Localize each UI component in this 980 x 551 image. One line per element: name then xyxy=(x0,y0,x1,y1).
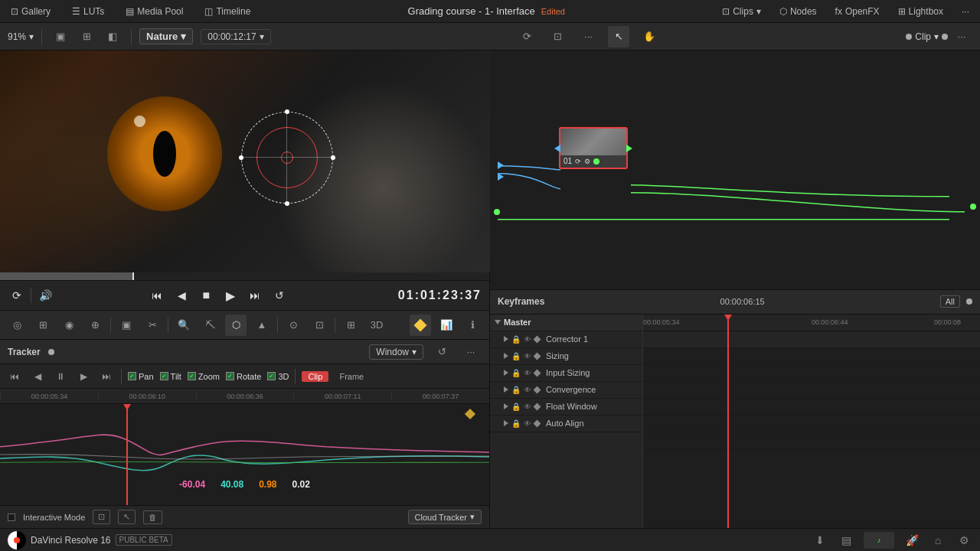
timeline-btn[interactable]: ◫ Timeline xyxy=(200,5,255,18)
settings-btn[interactable]: ⚙ xyxy=(956,532,972,549)
import-btn[interactable]: ⬇ xyxy=(812,532,828,549)
fit-btn[interactable]: ⊡ xyxy=(547,26,568,47)
progress-handle[interactable] xyxy=(132,272,134,280)
color-tool-11[interactable]: ⊡ xyxy=(309,315,330,336)
color-tool-3[interactable]: ◉ xyxy=(58,315,80,336)
node-01[interactable]: 01 ⟳ ⚙ xyxy=(559,127,628,169)
audio-btn[interactable]: 🔊 xyxy=(36,286,54,305)
delete-tracker-btn[interactable]: 🗑 xyxy=(143,510,162,524)
clips-btn[interactable]: ⊡ Clips ▾ xyxy=(717,5,766,18)
wipe-btn[interactable]: ◧ xyxy=(102,26,123,47)
auto-align-expand[interactable] xyxy=(504,420,508,426)
clip-mode-btn[interactable]: Clip xyxy=(302,371,328,382)
color-tool-8[interactable]: ⛏ xyxy=(199,315,220,336)
cursor-tool-btn[interactable]: ↖ xyxy=(118,510,136,524)
color-tool-2[interactable]: ⊞ xyxy=(32,315,54,336)
node-output-connector[interactable] xyxy=(626,145,632,152)
color-tool-5[interactable]: ▣ xyxy=(116,315,137,336)
selection-tool-btn[interactable]: ⊡ xyxy=(93,510,110,524)
node-graph[interactable]: 01 ⟳ ⚙ xyxy=(490,51,980,289)
track-play[interactable]: ▶ xyxy=(75,368,92,385)
view-grid-btn[interactable]: ⊞ xyxy=(76,26,97,47)
3d-checkbox[interactable]: ✓ 3D xyxy=(267,372,289,381)
window-selector[interactable]: Window ▾ xyxy=(369,344,423,360)
kf-playhead[interactable] xyxy=(727,315,729,529)
lightbox-btn[interactable]: ⊞ Lightbox xyxy=(893,5,948,18)
pan-checkbox[interactable]: ✓ Pan xyxy=(128,372,154,381)
tracker-dot-br[interactable] xyxy=(239,155,243,160)
openfx-btn[interactable]: fx OpenFX xyxy=(831,5,884,18)
tilt-checkbox[interactable]: ✓ Tilt xyxy=(160,372,181,381)
kf-track-row-6 xyxy=(643,432,980,449)
stop-btn[interactable]: ■ xyxy=(197,286,215,305)
track-prev[interactable]: ◀ xyxy=(29,368,46,385)
master-expand[interactable] xyxy=(495,320,501,324)
info-btn[interactable]: ℹ xyxy=(462,315,483,336)
export-btn[interactable]: 🚀 xyxy=(903,532,920,549)
interactive-mode-checkbox[interactable] xyxy=(8,514,15,521)
clip-chevron: ▾ xyxy=(934,31,939,42)
audio-meter[interactable]: ♪ xyxy=(864,532,894,549)
playback-loop-btn[interactable]: ↺ xyxy=(270,286,289,305)
timecode-display[interactable]: 00:00:12:17 ▾ xyxy=(201,29,270,44)
hand-btn[interactable]: ✋ xyxy=(639,26,660,47)
go-end-btn[interactable]: ⏭ xyxy=(246,286,264,305)
tracker-reset-btn[interactable]: ↺ xyxy=(431,341,452,363)
kf-track-area[interactable]: 00:00:05:34 00:00:06:44 00:00:08 xyxy=(643,315,980,529)
window-label: Window xyxy=(376,347,409,357)
go-start-btn[interactable]: ⏮ xyxy=(148,286,166,305)
prev-frame-btn[interactable]: ◀ xyxy=(172,286,191,305)
gallery-btn[interactable]: ⊡ Gallery xyxy=(6,5,55,18)
tracker-dot-bl[interactable] xyxy=(285,201,289,206)
track-go-start[interactable]: ⏮ xyxy=(6,368,23,385)
color-tool-1[interactable]: ◎ xyxy=(6,315,28,336)
color-tool-7[interactable]: 🔍 xyxy=(173,315,194,336)
cursor-btn[interactable]: ↖ xyxy=(608,26,629,47)
sizing-expand[interactable] xyxy=(504,353,508,359)
chart-btn[interactable]: 📊 xyxy=(436,315,457,336)
all-btn[interactable]: All xyxy=(940,295,960,308)
luts-btn[interactable]: ☰ LUTs xyxy=(67,5,109,18)
tracker-more-btn[interactable]: ··· xyxy=(460,341,482,363)
color-tool-4[interactable]: ⊕ xyxy=(84,315,106,336)
tracker-timeline[interactable]: 00:00:05:34 00:00:06:10 00:00:06:36 00:0… xyxy=(0,389,489,505)
input-sizing-expand[interactable] xyxy=(504,370,508,376)
video-preview[interactable] xyxy=(0,51,490,272)
rotate-check-icon: ✓ xyxy=(226,372,234,380)
corrector1-expand[interactable] xyxy=(504,336,508,342)
node-input-connector[interactable] xyxy=(554,145,560,152)
nodes-btn[interactable]: ⬡ Nodes xyxy=(775,5,822,18)
clip-name-selector[interactable]: Nature ▾ xyxy=(139,28,193,44)
sync-btn[interactable]: ⟳ xyxy=(516,26,537,47)
rotate-checkbox[interactable]: ✓ Rotate xyxy=(226,372,261,381)
track-go-end[interactable]: ⏭ xyxy=(98,368,115,385)
tracker-dot-tr[interactable] xyxy=(331,155,335,160)
media-pool-btn[interactable]: ▤ Media Pool xyxy=(121,5,188,18)
cloud-tracker-btn[interactable]: Cloud Tracker ▾ xyxy=(408,510,482,524)
color-tool-13[interactable]: 3D xyxy=(366,315,387,336)
media-btn[interactable]: ▤ xyxy=(838,532,854,549)
view-single-btn[interactable]: ▣ xyxy=(50,26,71,47)
track-pause[interactable]: ⏸ xyxy=(52,368,69,385)
clip-selector[interactable]: Clip ▾ xyxy=(915,31,939,42)
window-tool[interactable]: ⬡ xyxy=(225,315,247,336)
float-window-expand[interactable] xyxy=(504,403,508,409)
playhead[interactable] xyxy=(126,404,128,505)
zoom-checkbox[interactable]: ✓ Zoom xyxy=(188,372,220,381)
home-btn[interactable]: ⌂ xyxy=(929,532,946,549)
color-tool-6[interactable]: ✂ xyxy=(142,315,163,336)
diamond-btn[interactable] xyxy=(410,315,431,336)
progress-bar[interactable] xyxy=(0,272,489,280)
more-btn[interactable]: ··· xyxy=(957,5,974,18)
color-tool-9[interactable]: ▲ xyxy=(251,315,273,336)
play-btn[interactable]: ▶ xyxy=(221,286,240,305)
convergence-expand[interactable] xyxy=(504,386,508,393)
more-options-btn[interactable]: ··· xyxy=(577,26,599,47)
more-right-btn[interactable]: ··· xyxy=(951,26,972,47)
color-tool-12[interactable]: ⊞ xyxy=(340,315,361,336)
frame-mode-btn[interactable]: Frame xyxy=(335,371,368,382)
tracker-dot-tl[interactable] xyxy=(285,109,289,114)
color-tool-10[interactable]: ⊙ xyxy=(283,315,304,336)
zoom-control[interactable]: 91% ▾ xyxy=(8,31,34,42)
loop-btn[interactable]: ⟳ xyxy=(8,286,26,305)
